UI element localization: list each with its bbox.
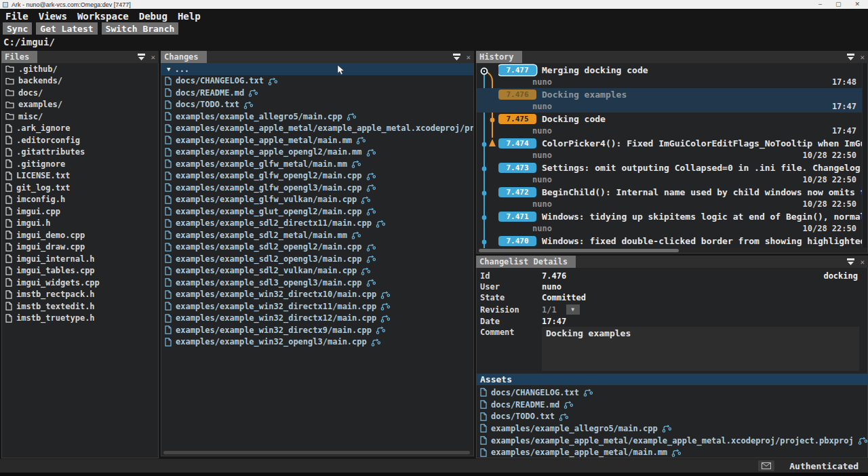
commit-row[interactable]: 7.472BeginChild(): Internal name used by… bbox=[477, 186, 867, 210]
close-panel-icon[interactable]: ✕ bbox=[860, 54, 865, 61]
changelist-id-badge[interactable]: 7.472 bbox=[498, 187, 536, 197]
file-tree-item[interactable]: examples/ bbox=[2, 99, 158, 111]
asset-file-row[interactable]: examples/example_apple_metal/example_app… bbox=[477, 435, 867, 447]
file-tree-item[interactable]: imgui_widgets.cpp bbox=[2, 277, 158, 289]
file-tree-item[interactable]: .gitignore bbox=[2, 158, 158, 170]
changelist-id-badge[interactable]: 7.475 bbox=[498, 114, 536, 124]
changed-file-row[interactable]: examples/example_win32_directx12/main.cp… bbox=[161, 313, 473, 325]
minimize-icon[interactable]: – bbox=[818, 0, 822, 9]
changed-file-row[interactable]: examples/example_sdl3_opengl3/main.cpp bbox=[161, 277, 473, 289]
close-panel-icon[interactable]: ✕ bbox=[466, 54, 471, 61]
get-latest-button[interactable]: Get Latest bbox=[36, 22, 97, 35]
changed-file-row[interactable]: examples/example_sdl2_vulkan/main.cpp bbox=[161, 265, 473, 277]
files-tab[interactable]: Files bbox=[1, 51, 37, 63]
changelist-details-tab[interactable]: Changelist Details bbox=[476, 256, 576, 268]
asset-file-row[interactable]: docs/CHANGELOG.txt bbox=[477, 386, 867, 399]
changed-file-row[interactable]: examples/example_apple_metal/example_app… bbox=[161, 123, 473, 135]
file-tree-item[interactable]: imgui_internal.h bbox=[2, 253, 158, 265]
changelist-id-badge[interactable]: 7.470 bbox=[498, 236, 536, 246]
file-tree-item[interactable]: .gitattributes bbox=[2, 146, 158, 159]
close-panel-icon[interactable]: ✕ bbox=[860, 258, 865, 266]
changed-file-row[interactable]: examples/example_win32_directx11/main.cp… bbox=[161, 300, 473, 313]
file-tree-item[interactable]: docs/ bbox=[2, 87, 158, 99]
menu-item-file[interactable]: File bbox=[5, 11, 28, 22]
assets-section-header[interactable]: Assets bbox=[477, 374, 867, 385]
changed-file-row[interactable]: examples/example_allegro5/main.cpp bbox=[161, 111, 473, 123]
history-hscrollbar[interactable] bbox=[477, 248, 867, 253]
commit-row[interactable]: 7.477Merging docking codenuno17:48 bbox=[477, 64, 867, 88]
file-tree-item[interactable]: imstb_truetype.h bbox=[2, 313, 158, 325]
revision-dropdown[interactable]: ▼ bbox=[566, 304, 580, 315]
changelist-id-badge[interactable]: 7.474 bbox=[498, 138, 536, 148]
changed-file-row[interactable]: examples/example_glfw_opengl3/main.cpp bbox=[161, 182, 473, 194]
changelist-id-badge[interactable]: 7.476 bbox=[498, 90, 536, 100]
file-tree-item[interactable]: imgui_demo.cpp bbox=[2, 229, 158, 241]
changed-file-row[interactable]: examples/example_sdl2_directx11/main.cpp bbox=[161, 218, 473, 230]
file-tree-item[interactable]: LICENSE.txt bbox=[2, 170, 158, 182]
chevron-down-icon[interactable]: ▼ bbox=[167, 66, 170, 73]
changed-file-row[interactable]: examples/example_sdl2_metal/main.mm bbox=[161, 229, 473, 241]
changed-file-row[interactable]: examples/example_glfw_metal/main.mm bbox=[161, 158, 473, 170]
changed-file-row[interactable]: examples/example_win32_directx10/main.cp… bbox=[161, 289, 473, 301]
asset-file-row[interactable]: docs/README.md bbox=[477, 399, 867, 411]
sync-button[interactable]: Sync bbox=[3, 22, 32, 35]
file-tree-item[interactable]: .github/ bbox=[2, 63, 158, 75]
changed-file-row[interactable]: examples/example_glut_opengl2/main.cpp bbox=[161, 205, 473, 218]
comment-box[interactable]: Docking examples bbox=[542, 327, 859, 371]
changed-file-row[interactable]: examples/example_apple_opengl2/main.mm bbox=[161, 146, 473, 159]
changed-file-row[interactable]: examples/example_glfw_opengl2/main.cpp bbox=[161, 170, 473, 182]
changed-file-row[interactable]: examples/example_apple_metal/main.mm bbox=[161, 134, 473, 146]
changed-file-row[interactable]: docs/TODO.txt bbox=[161, 99, 473, 111]
asset-file-row[interactable]: examples/example_allegro5/main.cpp bbox=[477, 422, 867, 435]
history-tab[interactable]: History bbox=[476, 51, 522, 63]
file-tree-item[interactable]: imgui_tables.cpp bbox=[2, 265, 158, 277]
changes-root-row[interactable]: ▼... bbox=[161, 63, 473, 75]
file-name: backends/ bbox=[18, 76, 62, 85]
file-tree-item[interactable]: imgui.h bbox=[2, 218, 158, 230]
filter-icon[interactable] bbox=[846, 51, 855, 64]
changed-file-row[interactable]: docs/README.md bbox=[161, 87, 473, 99]
menu-item-workspace[interactable]: Workspace bbox=[77, 11, 129, 22]
file-tree-item[interactable]: imstb_textedit.h bbox=[2, 300, 158, 313]
maximize-icon[interactable]: ▢ bbox=[835, 0, 842, 9]
asset-file-row[interactable]: examples/example_apple_metal/main.mm bbox=[477, 446, 867, 458]
changed-file-row[interactable]: examples/example_glfw_vulkan/main.cpp bbox=[161, 194, 473, 206]
file-tree-item[interactable]: misc/ bbox=[2, 111, 158, 123]
file-tree-item[interactable]: backends/ bbox=[2, 75, 158, 87]
branch-icon bbox=[671, 448, 682, 457]
commit-row[interactable]: 7.473Settings: omit outputing Collapsed=… bbox=[477, 161, 867, 186]
commit-row[interactable]: 7.476Docking examplesnuno17:47 bbox=[477, 88, 867, 113]
menu-item-views[interactable]: Views bbox=[39, 11, 67, 22]
commit-row[interactable]: 7.475Docking codenuno17:47 bbox=[477, 113, 867, 137]
commit-row[interactable]: 7.471Windows: tidying up skipitems logic… bbox=[477, 210, 867, 235]
history-vscrollbar[interactable] bbox=[862, 63, 867, 247]
mail-icon[interactable] bbox=[758, 460, 774, 471]
filter-icon[interactable] bbox=[846, 256, 855, 269]
close-panel-icon[interactable]: ✕ bbox=[151, 54, 155, 61]
file-tree-item[interactable]: imgui.cpp bbox=[2, 205, 158, 218]
changed-file-row[interactable]: examples/example_sdl2_opengl2/main.cpp bbox=[161, 241, 473, 254]
asset-file-row[interactable]: docs/TODO.txt bbox=[477, 410, 867, 422]
file-tree-item[interactable]: .editorconfig bbox=[2, 134, 158, 146]
file-tree-item[interactable]: .ark_ignore bbox=[2, 123, 158, 135]
commit-row[interactable]: 7.474ColorPicker4(): Fixed ImGuiColorEdi… bbox=[477, 137, 867, 161]
filter-icon[interactable] bbox=[452, 51, 461, 64]
changed-file-row[interactable]: examples/example_sdl2_opengl3/main.cpp bbox=[161, 253, 473, 265]
changed-file-row[interactable]: examples/example_win32_opengl3/main.cpp bbox=[161, 336, 473, 349]
file-tree-item[interactable]: imstb_rectpack.h bbox=[2, 289, 158, 301]
changes-tab[interactable]: Changes bbox=[161, 51, 207, 63]
changelist-id-badge[interactable]: 7.477 bbox=[498, 65, 536, 75]
changed-file-row[interactable]: examples/example_win32_directx9/main.cpp bbox=[161, 324, 473, 336]
changes-hscrollbar[interactable] bbox=[162, 450, 473, 455]
changelist-id-badge[interactable]: 7.473 bbox=[498, 163, 536, 173]
menu-item-help[interactable]: Help bbox=[178, 11, 201, 22]
file-tree-item[interactable]: imgui_draw.cpp bbox=[2, 241, 158, 254]
filter-icon[interactable] bbox=[137, 51, 146, 64]
switch-branch-button[interactable]: Switch Branch bbox=[102, 22, 179, 35]
file-tree-item[interactable]: git_log.txt bbox=[2, 182, 158, 194]
changelist-id-badge[interactable]: 7.471 bbox=[498, 212, 536, 222]
changed-file-row[interactable]: docs/CHANGELOG.txt bbox=[161, 75, 473, 87]
file-tree-item[interactable]: imconfig.h bbox=[2, 194, 158, 206]
close-icon[interactable]: ✕ bbox=[854, 0, 860, 9]
menu-item-debug[interactable]: Debug bbox=[139, 11, 167, 22]
